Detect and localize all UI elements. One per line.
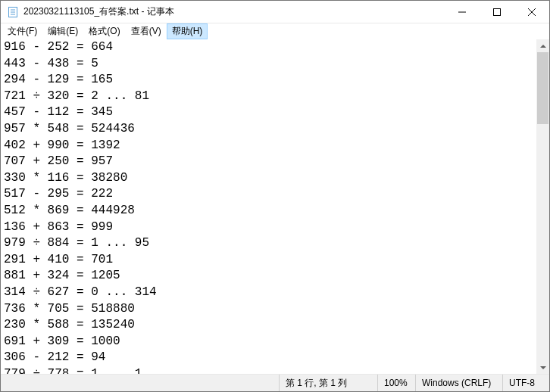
svg-marker-8 [540, 45, 546, 48]
notepad-window: 20230321113105_有答案.txt - 记事本 文件(F) 编辑(E)… [0, 0, 550, 392]
scroll-down-arrow[interactable] [536, 361, 549, 374]
titlebar[interactable]: 20230321113105_有答案.txt - 记事本 [1, 1, 549, 23]
svg-marker-9 [540, 366, 546, 369]
scroll-thumb[interactable] [537, 52, 548, 124]
window-controls [445, 1, 549, 23]
vertical-scrollbar[interactable] [536, 39, 549, 374]
status-zoom: 100% [377, 375, 415, 391]
menu-view[interactable]: 查看(V) [126, 23, 167, 39]
svg-rect-5 [494, 8, 501, 15]
maximize-button[interactable] [480, 1, 514, 23]
status-position: 第 1 行, 第 1 列 [279, 375, 377, 391]
menu-format[interactable]: 格式(O) [83, 23, 125, 39]
notepad-icon [7, 6, 19, 18]
status-encoding: UTF-8 [502, 375, 549, 391]
statusbar: 第 1 行, 第 1 列 100% Windows (CRLF) UTF-8 [1, 374, 549, 391]
content-area: 916 - 252 = 664 443 - 438 = 5 294 - 129 … [1, 39, 549, 374]
text-editor[interactable]: 916 - 252 = 664 443 - 438 = 5 294 - 129 … [1, 39, 536, 374]
status-eol: Windows (CRLF) [415, 375, 502, 391]
menu-help[interactable]: 帮助(H) [167, 23, 208, 39]
close-button[interactable] [514, 1, 549, 23]
status-spacer [1, 375, 279, 391]
minimize-button[interactable] [445, 1, 480, 23]
window-title: 20230321113105_有答案.txt - 记事本 [23, 5, 445, 18]
menu-edit[interactable]: 编辑(E) [42, 23, 83, 39]
menubar: 文件(F) 编辑(E) 格式(O) 查看(V) 帮助(H) [1, 23, 549, 39]
scroll-up-arrow[interactable] [536, 39, 549, 52]
menu-file[interactable]: 文件(F) [2, 23, 42, 39]
